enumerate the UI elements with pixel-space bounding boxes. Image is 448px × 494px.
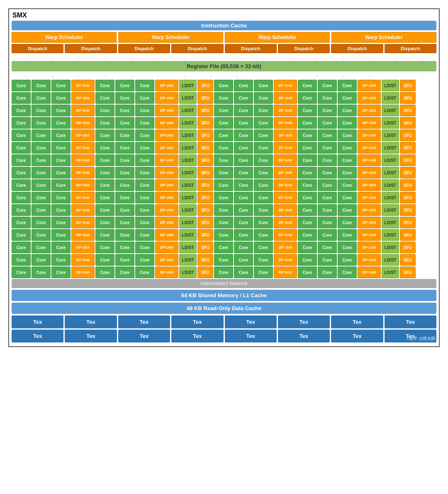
core-cell-r11-c7: Core: [135, 204, 154, 216]
core-row-15: CoreCoreCoreDP UnitCoreCoreCoreDP UnitLD…: [12, 254, 436, 266]
core-cell-r16-c16: Core: [318, 267, 337, 278]
core-cell-r12-c18: DP Unit: [358, 217, 381, 228]
core-cell-r6-c18: DP Unit: [358, 142, 381, 154]
core-cell-r2-c9: LD/ST: [179, 92, 197, 104]
core-cell-r11-c2: Core: [32, 204, 51, 216]
core-cell-r1-c14: DP Unit: [274, 80, 297, 91]
core-grid: CoreCoreCoreDP UnitCoreCoreCoreDP UnitLD…: [12, 80, 436, 278]
core-cell-r13-c1: Core: [12, 229, 31, 241]
core-cell-r4-c3: Core: [51, 117, 71, 129]
core-cell-r10-c18: DP Unit: [358, 192, 381, 203]
core-cell-r4-c9: LD/ST: [179, 117, 197, 129]
core-cell-r9-c8: DP Unit: [155, 179, 178, 191]
core-cell-r13-c12: Core: [234, 229, 253, 241]
core-cell-r2-c11: Core: [214, 92, 233, 104]
smx-diagram: SMX Instruction Cache Warp Scheduler War…: [8, 8, 440, 347]
rarrow-14: ↓: [368, 73, 371, 79]
core-cell-r14-c6: Core: [115, 242, 134, 253]
core-cell-r9-c1: Core: [12, 179, 31, 191]
core-cell-r4-c10: SFU: [197, 117, 213, 129]
arrow-7: ↓: [183, 54, 185, 60]
core-cell-r5-c19: LD/ST: [382, 130, 399, 141]
core-cell-r15-c9: LD/ST: [179, 254, 197, 266]
core-cell-r12-c13: Core: [254, 217, 273, 228]
core-cell-r5-c1: Core: [12, 130, 31, 141]
core-cell-r10-c7: Core: [135, 192, 154, 203]
core-cell-r7-c12: Core: [234, 154, 253, 166]
core-cell-r10-c14: DP Unit: [274, 192, 297, 203]
core-cell-r10-c15: Core: [298, 192, 317, 203]
core-row-14: CoreCoreCoreDP UnitCoreCoreCoreDP UnitLD…: [12, 242, 436, 253]
arrow-9: ↓: [236, 54, 239, 60]
core-cell-r15-c16: Core: [318, 254, 337, 266]
register-file: Register File (65,536 × 32-bit): [12, 61, 436, 71]
core-cell-r8-c9: LD/ST: [179, 167, 197, 179]
core-cell-r16-c9: LD/ST: [179, 267, 197, 278]
core-cell-r10-c13: Core: [254, 192, 273, 203]
tex-2-4: Tex: [171, 330, 223, 342]
core-cell-r15-c8: DP Unit: [155, 254, 178, 266]
core-cell-r9-c12: Core: [234, 179, 253, 191]
core-cell-r6-c2: Core: [32, 142, 51, 154]
core-cell-r7-c16: Core: [318, 154, 337, 166]
core-cell-r3-c4: DP Unit: [71, 105, 95, 116]
core-cell-r10-c10: SFU: [197, 192, 213, 203]
core-cell-r2-c13: Core: [254, 92, 273, 104]
rarrow-16: ↓: [421, 73, 424, 79]
core-cell-r16-c18: DP Unit: [358, 267, 381, 278]
core-cell-r2-c10: SFU: [197, 92, 213, 104]
core-cell-r7-c19: LD/ST: [382, 154, 399, 166]
core-cell-r12-c10: SFU: [197, 217, 213, 228]
core-cell-r7-c14: DP Unit: [274, 154, 297, 166]
core-cell-r16-c20: SFU: [400, 267, 416, 278]
core-cell-r15-c1: Core: [12, 254, 31, 266]
core-cell-r14-c12: Core: [234, 242, 253, 253]
core-cell-r10-c1: Core: [12, 192, 31, 203]
core-cell-r12-c3: Core: [51, 217, 71, 228]
tex-1-3: Tex: [118, 315, 170, 328]
core-cell-r13-c15: Core: [298, 229, 317, 241]
core-cell-r8-c6: Core: [115, 167, 134, 179]
core-cell-r12-c8: DP Unit: [155, 217, 178, 228]
core-cell-r13-c6: Core: [115, 229, 134, 241]
core-cell-r11-c16: Core: [318, 204, 337, 216]
core-cell-r7-c6: Core: [115, 154, 134, 166]
core-cell-r1-c4: DP Unit: [71, 80, 95, 91]
arrow-12: ↓: [315, 54, 318, 60]
readonly-cache: 48 KB Read-Only Data Cache: [12, 303, 436, 314]
core-cell-r2-c16: Core: [318, 92, 337, 104]
core-cell-r2-c5: Core: [95, 92, 114, 104]
arrow-row-regfile: ↓ ↓ ↓ ↓ ↓ ↓ ↓ ↓ ↓ ↓ ↓ ↓ ↓ ↓ ↓ ↓: [12, 73, 436, 79]
arrow-2: ↓: [51, 54, 54, 60]
core-cell-r7-c5: Core: [95, 154, 114, 166]
core-cell-r8-c8: DP Unit: [155, 167, 178, 179]
core-cell-r10-c19: LD/ST: [382, 192, 399, 203]
core-cell-r11-c8: DP Unit: [155, 204, 178, 216]
core-cell-r1-c1: Core: [12, 80, 31, 91]
core-cell-r6-c16: Core: [318, 142, 337, 154]
core-cell-r14-c2: Core: [32, 242, 51, 253]
tex-2-8: T知乎 @挖太阳 Tex: [385, 330, 436, 342]
core-cell-r5-c11: Core: [214, 130, 233, 141]
core-cell-r9-c16: Core: [318, 179, 337, 191]
core-cell-r14-c10: SFU: [197, 242, 213, 253]
core-cell-r13-c17: Core: [338, 229, 357, 241]
dispatch-3: Dispatch: [118, 44, 170, 53]
core-cell-r15-c7: Core: [135, 254, 154, 266]
core-cell-r13-c20: SFU: [400, 229, 416, 241]
core-cell-r12-c14: DP Unit: [274, 217, 297, 228]
core-cell-r9-c9: LD/ST: [179, 179, 197, 191]
core-cell-r6-c15: Core: [298, 142, 317, 154]
core-cell-r13-c19: LD/ST: [382, 229, 399, 241]
core-cell-r8-c5: Core: [95, 167, 114, 179]
core-cell-r16-c1: Core: [12, 267, 31, 278]
core-row-8: CoreCoreCoreDP UnitCoreCoreCoreDP UnitLD…: [12, 167, 436, 179]
core-row-2: CoreCoreCoreDP UnitCoreCoreCoreDP UnitLD…: [12, 92, 436, 104]
core-row-11: CoreCoreCoreDP UnitCoreCoreCoreDP UnitLD…: [12, 204, 436, 216]
core-cell-r5-c7: Core: [135, 130, 154, 141]
core-cell-r7-c13: Core: [254, 154, 273, 166]
core-cell-r10-c20: SFU: [400, 192, 416, 203]
rarrow-4: ↓: [104, 73, 106, 79]
core-cell-r8-c15: Core: [298, 167, 317, 179]
core-cell-r15-c11: Core: [214, 254, 233, 266]
